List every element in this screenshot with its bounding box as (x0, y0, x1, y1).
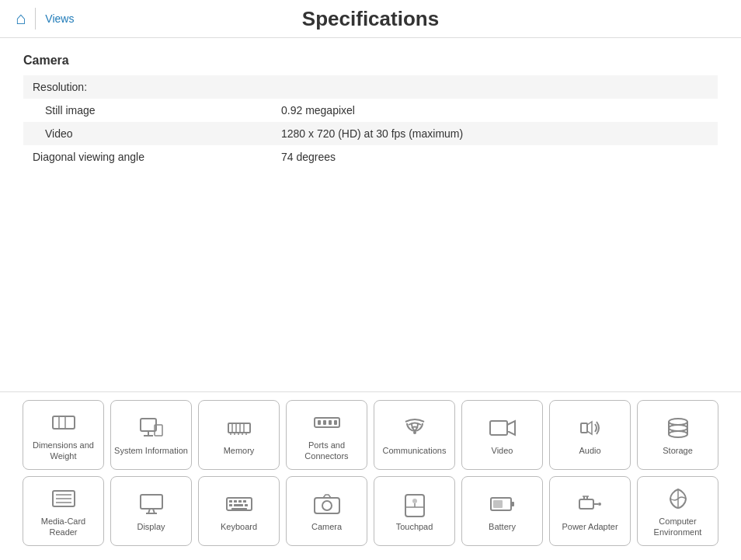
header-left: ⌂ Views (16, 8, 74, 30)
ports-connectors-icon (313, 409, 341, 437)
spec-table: Resolution:Still image0.92 megapixelVide… (23, 75, 718, 169)
nav-item-touchpad[interactable]: Touchpad (374, 476, 455, 546)
power-adapter-icon (576, 490, 604, 518)
nav-item-communications[interactable]: Communications (374, 400, 455, 470)
spec-value-1: 0.92 megapixel (272, 99, 718, 122)
display-icon (137, 490, 165, 518)
section-title: Camera (23, 54, 718, 68)
nav-item-storage[interactable]: Storage (637, 400, 718, 470)
nav-label-dimensions-weight: Dimensions and Weight (26, 440, 100, 462)
nav-item-power-adapter[interactable]: Power Adapter (549, 476, 631, 546)
camera-icon (313, 490, 341, 518)
nav-item-battery[interactable]: Battery (461, 476, 543, 546)
nav-label-storage: Storage (663, 445, 693, 456)
nav-item-display[interactable]: Display (110, 476, 192, 546)
nav-label-media-card-reader: Media-Card Reader (26, 516, 100, 538)
nav-label-audio: Audio (579, 445, 600, 456)
nav-item-memory[interactable]: Memory (198, 400, 280, 470)
spec-value-3: 74 degrees (272, 145, 718, 169)
nav-row-2: Media-Card ReaderDisplayKeyboardCameraTo… (12, 476, 729, 546)
nav-label-keyboard: Keyboard (221, 521, 257, 532)
spec-row-label-0: Resolution: (23, 75, 718, 99)
nav-label-communications: Communications (383, 445, 447, 456)
audio-icon (576, 414, 604, 442)
spec-label-1: Still image (23, 99, 272, 122)
app-header: ⌂ Views Specifications (0, 0, 741, 38)
system-information-icon (137, 414, 165, 442)
spec-label-3: Diagonal viewing angle (23, 145, 272, 169)
media-card-reader-icon (50, 485, 78, 513)
spec-label-2: Video (23, 122, 272, 145)
nav-label-video: Video (492, 445, 513, 456)
nav-label-power-adapter: Power Adapter (562, 521, 618, 532)
touchpad-icon (401, 490, 429, 518)
nav-label-computer-environment: Computer Environment (641, 516, 715, 538)
memory-icon (225, 414, 253, 442)
nav-item-camera[interactable]: Camera (286, 476, 367, 546)
page-title: Specifications (302, 7, 439, 31)
home-icon[interactable]: ⌂ (16, 9, 26, 29)
nav-item-keyboard[interactable]: Keyboard (198, 476, 280, 546)
nav-item-dimensions-weight[interactable]: Dimensions and Weight (23, 400, 104, 470)
battery-icon (489, 490, 517, 518)
bottom-nav: Dimensions and WeightSystem InformationM… (0, 391, 741, 560)
communications-icon (401, 414, 429, 442)
nav-item-ports-connectors[interactable]: Ports and Connectors (286, 400, 367, 470)
nav-item-audio[interactable]: Audio (549, 400, 631, 470)
keyboard-icon (225, 490, 253, 518)
spec-value-2: 1280 x 720 (HD) at 30 fps (maximum) (272, 122, 718, 145)
views-link[interactable]: Views (45, 12, 74, 25)
nav-label-system-information: System Information (114, 445, 188, 456)
computer-environment-icon (664, 485, 692, 513)
nav-label-memory: Memory (224, 445, 255, 456)
nav-item-media-card-reader[interactable]: Media-Card Reader (23, 476, 104, 546)
nav-item-video[interactable]: Video (461, 400, 543, 470)
nav-label-battery: Battery (489, 521, 516, 532)
nav-label-display: Display (137, 521, 165, 532)
video-icon (489, 414, 517, 442)
nav-label-touchpad: Touchpad (396, 521, 433, 532)
main-content: Camera Resolution:Still image0.92 megapi… (0, 38, 741, 184)
nav-row-1: Dimensions and WeightSystem InformationM… (12, 400, 729, 470)
header-divider (35, 8, 36, 30)
nav-label-camera: Camera (311, 521, 342, 532)
nav-item-system-information[interactable]: System Information (110, 400, 192, 470)
storage-icon (664, 414, 692, 442)
nav-item-computer-environment[interactable]: Computer Environment (637, 476, 718, 546)
dimensions-weight-icon (50, 409, 78, 437)
nav-label-ports-connectors: Ports and Connectors (290, 440, 364, 462)
